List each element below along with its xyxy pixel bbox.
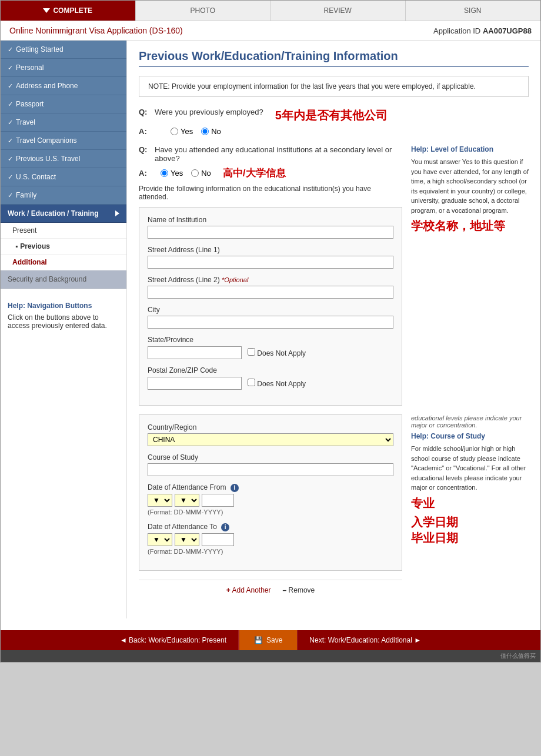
minus-icon: –	[283, 586, 287, 594]
sidebar-item-previous-us-travel[interactable]: ✓ Previous U.S. Travel	[1, 150, 126, 168]
date-to-field: Date of Attendance To i ▼ ▼ (Format: DD-…	[148, 523, 393, 555]
city-field: City	[148, 306, 393, 329]
sidebar-sub-previous[interactable]: ▪Previous	[1, 239, 126, 255]
bottom-navigation: ◄ Back: Work/Education: Present 💾 Save N…	[1, 630, 540, 650]
state-input[interactable]	[148, 346, 242, 359]
sidebar-item-travel-companions[interactable]: ✓ Travel Companions	[1, 132, 126, 150]
date-to-day-select[interactable]: ▼	[148, 533, 172, 546]
q2-yes-radio[interactable]	[161, 169, 168, 177]
annotation-major: 专业	[411, 496, 529, 511]
postal-input[interactable]	[148, 377, 242, 390]
q1-no-option[interactable]: No	[201, 127, 221, 136]
q2-yes-option[interactable]: Yes	[161, 169, 183, 178]
date-from-field: Date of Attendance From i ▼ ▼ (Format: D…	[148, 483, 393, 516]
sidebar-item-address-phone[interactable]: ✓ Address and Phone	[1, 77, 126, 95]
app-title: Online Nonimmigrant Visa Application (DS…	[9, 26, 183, 35]
sidebar: ✓ Getting Started ✓ Personal ✓ Address a…	[1, 41, 127, 618]
info-icon-date-to[interactable]: i	[221, 523, 229, 531]
next-button[interactable]: Next: Work/Education: Additional ►	[298, 630, 433, 650]
postal-dna-checkbox[interactable]	[248, 379, 255, 386]
date-from-label: Date of Attendance From i	[148, 483, 393, 492]
date-to-year-input[interactable]	[202, 533, 234, 546]
q1-yes-option[interactable]: Yes	[171, 127, 193, 136]
date-from-year-input[interactable]	[202, 494, 234, 507]
q2-no-radio[interactable]	[191, 169, 199, 177]
arrow-right-icon	[115, 210, 119, 216]
annotation-dates: 入学日期 毕业日期	[411, 514, 529, 546]
state-label: State/Province	[148, 336, 393, 344]
street1-input[interactable]	[148, 256, 393, 269]
state-dna-checkbox[interactable]	[248, 348, 255, 356]
date-to-month-select[interactable]: ▼	[175, 533, 199, 546]
sidebar-item-travel[interactable]: ✓ Travel	[1, 113, 126, 132]
city-input[interactable]	[148, 316, 393, 329]
date-from-day-select[interactable]: ▼	[148, 494, 172, 507]
check-icon: ✓	[8, 64, 13, 72]
sidebar-item-work-education-training[interactable]: Work / Education / Training	[1, 205, 126, 223]
tab-complete[interactable]: COMPLETE	[1, 1, 136, 21]
institution-form: Name of Institution Street Address (Line…	[139, 207, 402, 406]
q1-no-radio[interactable]	[201, 128, 209, 135]
check-icon: ✓	[8, 46, 13, 53]
save-button[interactable]: 💾 Save	[239, 630, 298, 650]
street1-field: Street Address (Line 1)	[148, 246, 393, 269]
help-level-column: Help: Level of Education You must answer…	[411, 145, 529, 414]
course-field: Course of Study	[148, 453, 393, 476]
q2-block: Q: Have you attended any educational ins…	[139, 145, 529, 600]
q2-no-option[interactable]: No	[191, 169, 211, 178]
q1-yes-radio[interactable]	[171, 128, 178, 135]
info-icon-date-from[interactable]: i	[231, 484, 239, 492]
check-icon: ✓	[8, 173, 13, 181]
country-select[interactable]: CHINA	[148, 433, 393, 446]
q1-radio-group: Yes No	[171, 127, 221, 136]
postal-dna-label[interactable]: Does Not Apply	[248, 379, 306, 388]
annotation-q2: 高中/大学信息	[223, 166, 286, 180]
postal-field: Postal Zone/ZIP Code Does Not Apply	[148, 366, 393, 390]
sidebar-item-personal[interactable]: ✓ Personal	[1, 59, 126, 77]
sidebar-item-passport[interactable]: ✓ Passport	[1, 95, 126, 113]
date-from-month-select[interactable]: ▼	[175, 494, 199, 507]
state-field: State/Province Does Not Apply	[148, 336, 393, 359]
date-to-label: Date of Attendance To i	[148, 523, 393, 531]
add-remove-row: + Add Another – Remove	[139, 580, 402, 600]
course-input[interactable]	[148, 463, 393, 476]
institution-input[interactable]	[148, 226, 393, 239]
save-icon: 💾	[254, 636, 263, 644]
institution-field: Name of Institution	[148, 216, 393, 239]
check-icon: ✓	[8, 101, 13, 108]
remove-link[interactable]: – Remove	[283, 586, 315, 594]
q1-block: Q: Were you previously employed? 5年内是否有其…	[139, 108, 529, 136]
city-label: City	[148, 306, 393, 314]
country-label: Country/Region	[148, 423, 393, 431]
sidebar-sub-additional[interactable]: Additional	[1, 255, 126, 270]
sidebar-item-security-background: Security and Background	[1, 270, 126, 289]
course-label: Course of Study	[148, 453, 393, 461]
institution-label: Name of Institution	[148, 216, 393, 224]
main-content: Previous Work/Education/Training Informa…	[127, 41, 540, 618]
check-icon: ✓	[8, 155, 13, 163]
country-field: Country/Region CHINA	[148, 423, 393, 446]
street1-label: Street Address (Line 1)	[148, 246, 393, 254]
tab-photo[interactable]: PHOTO	[136, 1, 271, 21]
help-course-top-text: educational levels please indicate your …	[411, 414, 529, 429]
app-header: Online Nonimmigrant Visa Application (DS…	[1, 21, 540, 41]
check-icon: ✓	[8, 119, 13, 126]
country-course-dates-form: Country/Region CHINA Course of Study	[139, 414, 402, 571]
state-dna-label[interactable]: Does Not Apply	[248, 348, 306, 357]
note-box: NOTE: Provide your employment informatio…	[139, 76, 529, 97]
page-title: Previous Work/Education/Training Informa…	[139, 49, 529, 67]
check-icon: ✓	[8, 82, 13, 90]
back-button[interactable]: ◄ Back: Work/Education: Present	[108, 630, 239, 650]
sidebar-item-family[interactable]: ✓ Family	[1, 186, 126, 205]
street2-input[interactable]	[148, 286, 393, 299]
sidebar-help-nav: Help: Navigation Buttons Click on the bu…	[1, 295, 126, 337]
add-another-link[interactable]: + Add Another	[226, 586, 271, 594]
tab-sign[interactable]: SIGN	[406, 1, 541, 21]
sidebar-item-us-contact[interactable]: ✓ U.S. Contact	[1, 168, 126, 186]
tab-review[interactable]: REVIEW	[270, 1, 406, 21]
sidebar-sub-present[interactable]: Present	[1, 223, 126, 239]
annotation-q1: 5年内是否有其他公司	[275, 108, 388, 123]
postal-label: Postal Zone/ZIP Code	[148, 366, 393, 374]
bullet-icon: ▪	[15, 242, 18, 250]
sidebar-item-getting-started[interactable]: ✓ Getting Started	[1, 41, 126, 59]
